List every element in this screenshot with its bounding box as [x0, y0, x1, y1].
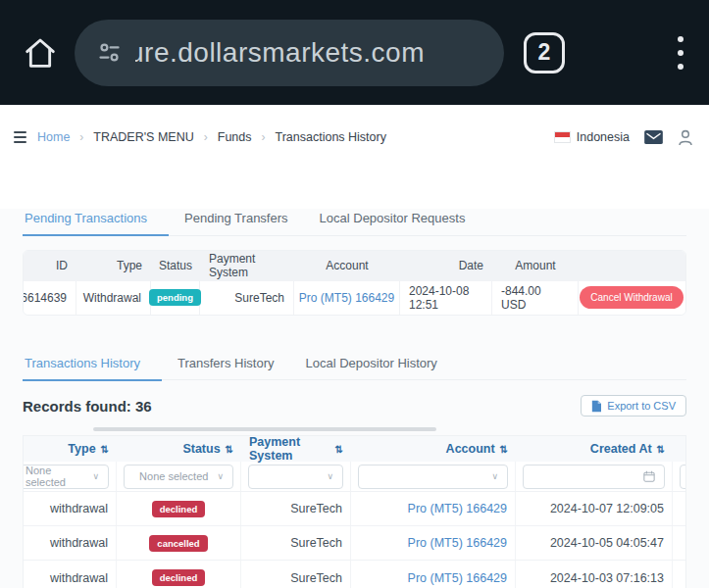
sort-header-payment-system[interactable]: Payment System ⇅	[241, 436, 351, 462]
col-header-status: Status	[151, 251, 200, 281]
sort-header-status[interactable]: Status ⇅	[117, 436, 241, 462]
sort-icon: ⇅	[657, 444, 665, 455]
menu-icon[interactable]	[14, 131, 26, 143]
cell-type: withdrawal	[23, 526, 117, 560]
tab-pending-transactions[interactable]: Pending Transactions	[23, 209, 169, 236]
account-link[interactable]: Pro (MT5) 166429	[408, 536, 507, 550]
breadcrumb-transactions-history: Transactions History	[276, 130, 386, 144]
sort-icon: ⇅	[101, 444, 109, 455]
topnav-right: Indonesia	[554, 129, 693, 146]
history-row: withdrawal declined SureTech Pro (MT5) 1…	[23, 492, 686, 526]
extra-filter-input[interactable]	[680, 465, 686, 489]
col-header-id: ID	[24, 251, 76, 281]
user-icon[interactable]	[678, 129, 693, 146]
cell-created-at: 2024-10-03 07:16:13	[516, 561, 673, 588]
tab-local-depositor-history[interactable]: Local Depositor History	[289, 354, 452, 380]
url-text: ure.dollarsmarkets.com	[135, 37, 425, 69]
sort-header-created-at[interactable]: Created At ⇅	[516, 436, 673, 462]
cell-payment-system: SureTech	[241, 492, 351, 525]
export-csv-label: Export to CSV	[607, 400, 676, 412]
pending-tabs: Pending Transactions Pending Transfers L…	[23, 209, 686, 236]
header-label: Type	[68, 442, 95, 456]
history-row: withdrawal declined SureTech Pro (MT5) 1…	[23, 561, 686, 588]
site-settings-icon[interactable]	[96, 39, 123, 66]
cell-payment-system: SureTech	[241, 526, 351, 560]
mail-icon[interactable]	[644, 130, 663, 144]
home-icon	[21, 33, 60, 73]
sort-header-type[interactable]: Type ⇅	[23, 436, 117, 462]
col-header-account: Account	[294, 251, 400, 281]
created-at-date-input[interactable]	[523, 465, 665, 489]
url-bar[interactable]: ure.dollarsmarkets.com	[75, 20, 504, 86]
tab-transfers-history[interactable]: Transfers History	[162, 354, 289, 380]
page-content: Pending Transactions Pending Transfers L…	[0, 209, 709, 588]
header-label: Status	[182, 442, 220, 456]
records-found-label: Records found: 36	[23, 398, 152, 415]
history-row: withdrawal cancelled SureTech Pro (MT5) …	[23, 526, 686, 561]
cell-account: Pro (MT5) 166429	[351, 526, 516, 560]
filter-cell-type: None selected ∨	[23, 462, 117, 491]
cell-amount: -844.00 USD	[492, 281, 579, 315]
pending-table-header: ID Type Status Payment System Account Da…	[24, 251, 685, 281]
header-label: Created At	[590, 442, 652, 456]
status-badge: declined	[152, 501, 206, 517]
account-link[interactable]: Pro (MT5) 166429	[408, 502, 507, 515]
sort-icon: ⇅	[335, 444, 343, 455]
calendar-icon	[643, 470, 655, 482]
tab-transactions-history[interactable]: Transactions History	[23, 354, 162, 381]
col-header-action	[579, 251, 684, 281]
account-link[interactable]: Pro (MT5) 166429	[408, 571, 507, 585]
cell-account: Pro (MT5) 166429	[351, 561, 516, 588]
menu-line	[14, 141, 26, 143]
cell-status: declined	[117, 561, 241, 588]
tab-pending-transfers[interactable]: Pending Transfers	[169, 209, 304, 235]
cell-type: withdrawal	[23, 561, 117, 588]
cell-extra	[673, 492, 686, 525]
sort-icon: ⇅	[500, 444, 508, 455]
type-filter-value: None selected	[25, 465, 83, 488]
horizontal-scrollbar[interactable]	[93, 427, 436, 431]
col-header-payment-system: Payment System	[200, 251, 294, 281]
chevron-down-icon: ∨	[217, 471, 224, 481]
breadcrumb-traders-menu[interactable]: TRADER'S MENU	[93, 130, 193, 144]
cell-created-at: 2024-10-07 12:09:05	[516, 492, 673, 525]
history-table-header: Type ⇅ Status ⇅ Payment System ⇅ Account…	[23, 436, 686, 462]
col-header-type: Type	[76, 251, 151, 281]
col-header-date: Date	[400, 251, 492, 281]
cancel-withdrawal-button[interactable]: Cancel Withdrawal	[580, 286, 683, 309]
dot-icon	[678, 64, 684, 70]
payment-system-filter-select[interactable]: ∨	[248, 465, 343, 489]
cell-account: Pro (MT5) 166429	[294, 281, 400, 315]
account-link[interactable]: Pro (MT5) 166429	[299, 291, 394, 305]
status-badge: pending	[149, 289, 201, 306]
cell-extra	[673, 561, 686, 588]
menu-line	[14, 136, 26, 138]
breadcrumb: Home › TRADER'S MENU › Funds › Transacti…	[37, 130, 386, 144]
breadcrumb-funds[interactable]: Funds	[218, 130, 252, 144]
tab-local-depositor-requests[interactable]: Local Depositor Requests	[304, 209, 481, 235]
breadcrumb-home[interactable]: Home	[37, 130, 70, 144]
indonesia-flag-icon	[554, 131, 571, 143]
site-topnav: Home › TRADER'S MENU › Funds › Transacti…	[0, 105, 709, 170]
status-badge: cancelled	[149, 535, 207, 552]
filter-cell-payment-system: ∨	[241, 462, 351, 491]
tab-switcher-button[interactable]: 2	[524, 32, 565, 74]
export-csv-button[interactable]: Export to CSV	[581, 395, 686, 416]
status-filter-select[interactable]: None selected ∨	[124, 465, 233, 489]
language-label: Indonesia	[577, 130, 630, 144]
breadcrumb-separator: ›	[204, 130, 208, 144]
account-filter-select[interactable]: ∨	[358, 465, 508, 489]
cell-status: declined	[117, 492, 241, 525]
home-button[interactable]	[18, 33, 63, 73]
cell-payment-system: SureTech	[200, 281, 294, 315]
type-filter-select[interactable]: None selected ∨	[23, 465, 109, 489]
cell-date: 2024-10-08 12:51	[400, 281, 492, 315]
sort-header-account[interactable]: Account ⇅	[351, 436, 516, 462]
dot-icon	[678, 50, 684, 56]
sort-icon: ⇅	[226, 444, 233, 455]
cell-action: Cancel Withdrawal	[579, 281, 684, 315]
cell-type: withdrawal	[23, 492, 117, 525]
history-table: Type ⇅ Status ⇅ Payment System ⇅ Account…	[23, 436, 686, 588]
language-selector[interactable]: Indonesia	[554, 130, 630, 144]
browser-menu-button[interactable]	[678, 36, 684, 70]
